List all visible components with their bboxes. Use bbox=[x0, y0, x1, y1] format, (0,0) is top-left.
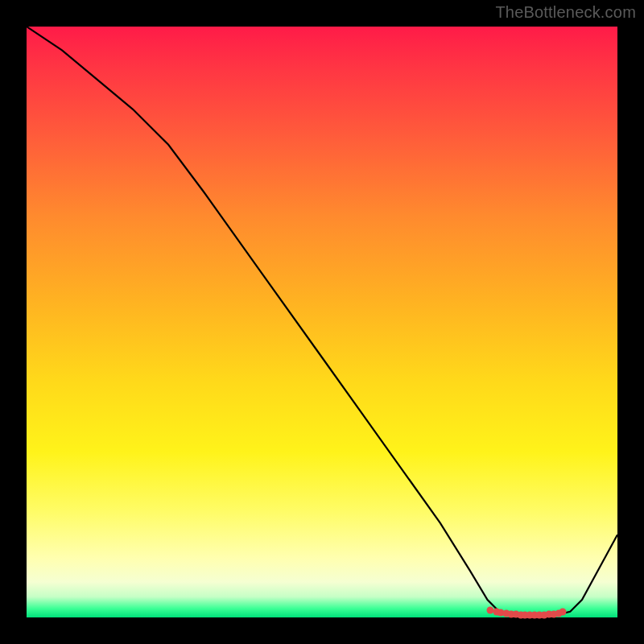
marker-dot bbox=[559, 609, 567, 616]
marker-cluster bbox=[27, 27, 617, 617]
watermark-text: TheBottleneck.com bbox=[495, 3, 636, 22]
chart-container: TheBottleneck.com bbox=[0, 0, 644, 644]
plot-area bbox=[27, 27, 617, 617]
